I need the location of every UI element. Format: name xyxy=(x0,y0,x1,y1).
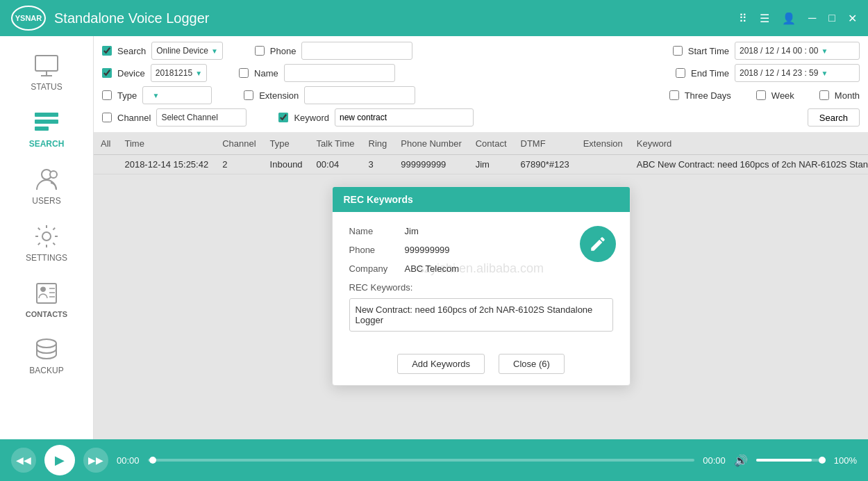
type-checkbox[interactable] xyxy=(102,90,112,100)
three-days-checkbox[interactable] xyxy=(669,90,679,100)
search-select-arrow: ▼ xyxy=(211,47,218,55)
sidebar-backup-label: BACKUP xyxy=(29,366,63,375)
sidebar-item-status[interactable]: STATUS xyxy=(0,43,93,100)
svg-point-8 xyxy=(42,232,51,241)
name-input[interactable] xyxy=(284,64,395,82)
sidebar-item-search[interactable]: SEARCH xyxy=(0,100,93,157)
modal-body: Name Jim Phone 999999999 Company ABC Tel… xyxy=(333,212,630,345)
sidebar-item-settings[interactable]: SETTINGS xyxy=(0,214,93,271)
modal-company-label: Company xyxy=(349,263,405,274)
filter-row-4: Channel Select Channel Keyword Search xyxy=(102,108,860,127)
modal-phone-value: 999999999 xyxy=(405,245,450,255)
modal-footer: Add Keywords Close (6) xyxy=(333,345,630,385)
minimize-icon[interactable]: ─ xyxy=(808,12,816,24)
modal-overlay: REC Keywords Name Jim Phone 999999999 Co… xyxy=(94,133,868,439)
modal-company-value: ABC Telecom xyxy=(405,263,460,274)
sidebar-item-users[interactable]: USERS xyxy=(0,157,93,214)
channel-label: Channel xyxy=(117,113,151,123)
volume-bar[interactable] xyxy=(756,459,826,462)
volume-percent: 100% xyxy=(834,455,857,466)
sidebar-contacts-label: CONTACTS xyxy=(26,310,67,318)
week-checkbox[interactable] xyxy=(756,90,766,100)
modal-header: REC Keywords xyxy=(333,187,630,212)
keyword-input[interactable] xyxy=(335,108,474,127)
start-time-label: Start Time xyxy=(688,46,729,56)
volume-fill xyxy=(756,459,812,462)
main-layout: STATUS SEARCH USERS xyxy=(0,36,868,439)
device-checkbox[interactable] xyxy=(102,68,112,78)
channel-checkbox[interactable] xyxy=(102,113,112,122)
type-label: Type xyxy=(117,90,137,101)
title-bar: YSNAR Standalone Voice Logger ⠿ ☰ 👤 ─ □ … xyxy=(0,0,868,36)
play-button[interactable]: ▶ xyxy=(44,445,75,475)
modal-phone-field: Phone 999999999 xyxy=(349,245,613,255)
rec-keywords-modal: REC Keywords Name Jim Phone 999999999 Co… xyxy=(332,186,631,386)
add-keywords-button[interactable]: Add Keywords xyxy=(397,354,485,374)
modal-keywords-box: New Contract: need 160pcs of 2ch NAR-610… xyxy=(349,298,613,332)
three-days-label: Three Days xyxy=(685,90,731,101)
week-label: Week xyxy=(771,90,794,101)
search-label: Search xyxy=(117,46,146,56)
phone-input[interactable] xyxy=(301,42,412,60)
maximize-icon[interactable]: □ xyxy=(828,12,835,24)
progress-bar[interactable] xyxy=(148,459,695,462)
content-area: Search Online Device ▼ Phone Start Time … xyxy=(94,36,868,439)
start-time-select[interactable]: 2018 / 12 / 14 00 : 00 ▼ xyxy=(735,42,860,60)
type-select[interactable]: ▼ xyxy=(142,86,212,104)
device-arrow: ▼ xyxy=(195,70,202,77)
sidebar-users-label: USERS xyxy=(32,196,60,206)
keyword-label: Keyword xyxy=(294,113,329,123)
sidebar-item-contacts[interactable]: CONTACTS xyxy=(0,271,93,327)
search-button[interactable]: Search xyxy=(808,108,860,127)
start-time-checkbox[interactable] xyxy=(673,46,683,56)
end-time-checkbox[interactable] xyxy=(676,68,685,78)
filter-bar: Search Online Device ▼ Phone Start Time … xyxy=(94,36,868,133)
end-time: 00:00 xyxy=(703,455,726,466)
svg-rect-5 xyxy=(35,127,49,131)
phone-label: Phone xyxy=(270,46,297,56)
end-time-arrow: ▼ xyxy=(821,70,828,77)
close-button[interactable]: Close (6) xyxy=(499,354,565,374)
user-icon[interactable]: 👤 xyxy=(782,12,796,25)
filter-row-3: Type ▼ Extension Three Days Week Month xyxy=(102,86,860,104)
svg-rect-9 xyxy=(37,284,56,303)
svg-point-13 xyxy=(37,339,56,348)
volume-icon[interactable]: 🔊 xyxy=(734,454,748,467)
keyword-checkbox[interactable] xyxy=(278,113,288,122)
modal-title: REC Keywords xyxy=(344,194,413,205)
filter-row-2: Device 20181215 ▼ Name End Time 2018 / 1… xyxy=(102,64,860,82)
prev-button[interactable]: ◀◀ xyxy=(11,448,36,473)
progress-dot xyxy=(149,457,156,464)
sidebar-search-label: SEARCH xyxy=(29,139,65,149)
channel-select[interactable]: Select Channel xyxy=(156,108,247,127)
name-checkbox[interactable] xyxy=(239,68,249,78)
current-time: 00:00 xyxy=(117,455,140,466)
extension-input[interactable] xyxy=(304,86,415,104)
svg-rect-4 xyxy=(35,120,58,124)
month-label: Month xyxy=(835,90,860,101)
month-checkbox[interactable] xyxy=(819,90,829,100)
device-label: Device xyxy=(117,68,145,79)
table-area: All Time Channel Type Talk Time Ring Pho… xyxy=(94,133,868,439)
close-icon[interactable]: ✕ xyxy=(848,12,857,25)
svg-rect-0 xyxy=(35,56,58,71)
svg-rect-3 xyxy=(35,113,58,117)
search-select[interactable]: Online Device ▼ xyxy=(151,42,223,60)
sidebar-settings-label: SETTINGS xyxy=(26,253,67,263)
end-time-select[interactable]: 2018 / 12 / 14 23 : 59 ▼ xyxy=(735,64,860,82)
grid-icon[interactable]: ⠿ xyxy=(739,12,747,25)
search-checkbox[interactable] xyxy=(102,46,112,56)
edit-icon[interactable] xyxy=(580,226,616,262)
sidebar: STATUS SEARCH USERS xyxy=(0,36,94,439)
device-select[interactable]: 20181215 ▼ xyxy=(151,64,207,82)
phone-checkbox[interactable] xyxy=(255,46,265,56)
window-controls: ⠿ ☰ 👤 ─ □ ✕ xyxy=(739,12,857,25)
type-arrow: ▼ xyxy=(153,92,160,99)
volume-dot xyxy=(819,457,826,464)
extension-checkbox[interactable] xyxy=(244,90,253,100)
modal-name-label: Name xyxy=(349,226,405,236)
list-icon[interactable]: ☰ xyxy=(760,12,769,25)
sidebar-item-backup[interactable]: BACKUP xyxy=(0,327,93,384)
modal-keywords-label: REC Keywords: xyxy=(349,282,613,293)
next-button[interactable]: ▶▶ xyxy=(83,448,108,473)
